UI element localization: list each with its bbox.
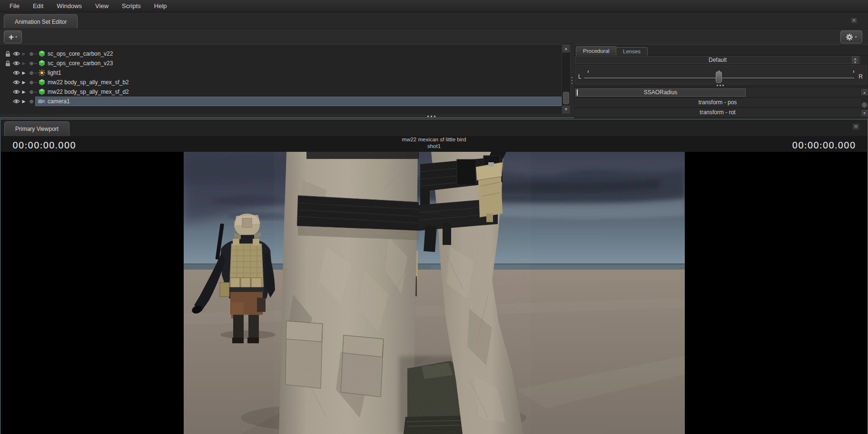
tree-row[interactable]: ▶ ⊕ light1 (0, 68, 562, 78)
shot-title-line1: mw22 mexican sf little bird (1, 136, 867, 143)
horizontal-splitter[interactable] (0, 114, 574, 119)
menu-bar: File Edit Windows View Scripts Help (0, 0, 868, 12)
selection-highlight (35, 97, 562, 106)
viewport-content: 00:00:00.000 00:00:00.000 mw22 mexican s… (1, 136, 867, 434)
tree-row-selected[interactable]: ▶ ⊕ camera1 (0, 97, 562, 106)
properties-tab-bar: Procedural Lenses (574, 45, 868, 56)
visibility-eye-icon[interactable] (12, 99, 20, 104)
scroll-down-icon[interactable]: ▼ (861, 110, 868, 116)
menu-edit[interactable]: Edit (26, 0, 50, 12)
tree-connector (34, 54, 37, 54)
property-row-label: transform - pos (699, 99, 737, 106)
expand-node-icon[interactable]: ⊕ (28, 51, 35, 57)
model-cube-icon (38, 79, 45, 86)
visibility-eye-icon[interactable] (12, 70, 20, 75)
expand-arrow-icon[interactable]: ▶ (21, 89, 27, 94)
tab-procedural[interactable]: Procedural (576, 46, 617, 56)
property-row-selected[interactable]: SSAORadius (575, 88, 860, 98)
expand-arrow-icon[interactable]: ▶ (21, 51, 27, 56)
tree-scrollbar[interactable]: ▲ ▼ (562, 44, 571, 114)
expand-arrow-icon[interactable]: ▶ (21, 80, 27, 85)
tab-lenses[interactable]: Lenses (616, 47, 648, 56)
visibility-eye-icon[interactable] (12, 61, 20, 66)
render-image (184, 152, 685, 434)
expand-arrow-icon[interactable]: ▶ (21, 70, 27, 75)
scroll-down-icon[interactable]: ▼ (562, 106, 570, 113)
expand-node-icon[interactable]: ⊕ (28, 79, 35, 86)
scrollbar-thumb[interactable] (862, 102, 867, 108)
balance-slider: L R (575, 65, 867, 84)
expand-arrow-icon[interactable]: ▶ (21, 61, 27, 66)
tree-row-label: sc_ops_core_carbon_v23 (48, 60, 113, 67)
visibility-eye-icon[interactable] (12, 51, 20, 56)
vertical-splitter[interactable] (571, 44, 574, 118)
tree-row[interactable]: ▶ ⊕ mw22 body_sp_ally_mex_sf_d2 (0, 87, 562, 97)
splitter-grip-icon (427, 116, 435, 117)
viewport-3d-scene[interactable] (1, 152, 867, 434)
close-icon[interactable]: × (850, 17, 858, 24)
animset-tab-bar: Animation Set Editor × (0, 12, 868, 29)
scroll-up-icon[interactable]: ▲ (562, 45, 570, 52)
expand-node-icon[interactable]: ⊕ (28, 89, 35, 95)
slider-tick (588, 70, 589, 73)
scrollbar-thumb[interactable] (563, 92, 569, 104)
visibility-eye-icon[interactable] (12, 89, 20, 94)
application-window: File Edit Windows View Scripts Help Anim… (0, 0, 868, 434)
tab-primary-viewport[interactable]: Primary Viewport (4, 121, 69, 136)
viewport-settings-button[interactable]: ▾ (840, 30, 862, 43)
add-animation-set-button[interactable]: + ▾ (4, 30, 22, 43)
animset-toolbar: + ▾ ▾ (0, 29, 868, 44)
light-icon (38, 69, 45, 76)
slider-handle[interactable] (716, 71, 722, 83)
tree-row-label: camera1 (48, 98, 70, 105)
expand-node-icon[interactable]: ⊕ (28, 99, 35, 105)
tree-row-label: mw22 body_sp_ally_mex_sf_b2 (48, 79, 129, 86)
shot-title: mw22 mexican sf little bird shot1 (1, 136, 867, 149)
tab-animation-set-editor[interactable]: Animation Set Editor (4, 14, 78, 29)
menu-file[interactable]: File (3, 0, 26, 12)
gear-icon (846, 33, 853, 41)
tree-connector (34, 63, 37, 64)
close-icon[interactable]: × (852, 123, 859, 130)
tree-row-label: mw22 body_sp_ally_mex_sf_d2 (48, 89, 129, 95)
plus-icon: + (9, 32, 14, 42)
menu-view[interactable]: View (89, 0, 115, 12)
preset-header-label: Default (709, 57, 727, 63)
slider-tick (853, 70, 854, 73)
tree-row[interactable]: ▶ ⊕ sc_ops_core_carbon_v23 (0, 59, 562, 68)
model-cube-icon (38, 50, 45, 57)
tree-row[interactable]: ▶ ⊕ mw22 body_sp_ally_mex_sf_b2 (0, 78, 562, 87)
menu-windows[interactable]: Windows (50, 0, 89, 12)
expand-node-icon[interactable]: ⊕ (28, 70, 35, 76)
menu-scripts[interactable]: Scripts (115, 0, 148, 12)
model-cube-icon (38, 60, 45, 67)
tree-row-label: light1 (48, 69, 61, 76)
expand-arrow-icon[interactable]: ▶ (21, 99, 27, 104)
scroll-up-icon[interactable]: ▲ (861, 89, 868, 95)
splitter-line (0, 118, 574, 118)
tree-connector (34, 82, 37, 83)
property-row[interactable]: transform - rot (575, 108, 860, 118)
lock-icon (4, 60, 11, 67)
tree-row[interactable]: ▶ ⊕ sc_ops_core_carbon_v22 (0, 49, 562, 59)
preset-header[interactable]: Default ▲ ▼ (575, 56, 860, 64)
slider-grip-icon (717, 85, 724, 86)
model-cube-icon (38, 89, 45, 95)
spin-down-icon[interactable]: ▼ (852, 60, 858, 64)
slider-right-label: R (858, 73, 863, 80)
spin-up-icon[interactable]: ▲ (852, 56, 858, 60)
shot-title-line2: shot1 (1, 143, 867, 149)
viewport-pane: Primary Viewport × 00:00:00.000 00:00:00… (0, 119, 868, 434)
property-row[interactable]: transform - pos (575, 98, 860, 108)
chevron-down-icon: ▾ (855, 35, 857, 39)
tree-connector (34, 73, 37, 73)
property-row-label: SSAORadius (575, 88, 746, 97)
menu-help[interactable]: Help (148, 0, 174, 12)
animation-set-tree: ▶ ⊕ sc_ops_core_carbon_v22 ▶ ⊕ sc_ops_co… (0, 44, 562, 114)
tree-row-label: sc_ops_core_carbon_v22 (48, 50, 113, 57)
property-row-label: transform - rot (700, 109, 735, 116)
visibility-eye-icon[interactable] (12, 80, 20, 85)
expand-node-icon[interactable]: ⊕ (28, 60, 35, 67)
chevron-down-icon: ▾ (15, 35, 17, 39)
tree-connector (34, 92, 37, 92)
